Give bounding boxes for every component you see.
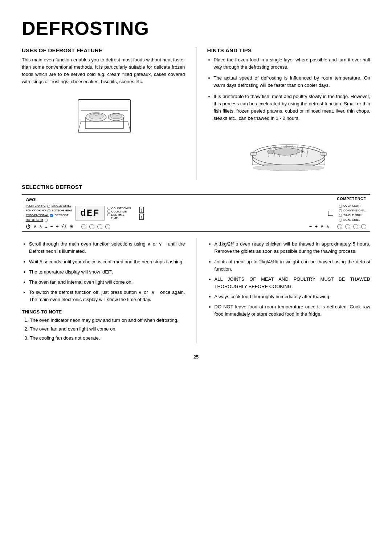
panel-circle-3[interactable] (97, 224, 102, 229)
up-icon: ↑ (139, 214, 144, 220)
panel-circle-2[interactable] (89, 224, 94, 229)
up-v-r: ∧ (326, 224, 329, 229)
panel-circle-5[interactable] (337, 224, 342, 229)
panel-circles-left (81, 224, 110, 229)
panel-circles-right (337, 224, 366, 229)
plus-symbol: + (56, 224, 59, 229)
hints-list: Place the frozen food in a single layer … (207, 56, 371, 122)
power-symbol: ⏻ (26, 224, 30, 229)
panel-left-labels: PIZZA BAKING SINGLE GRILL FAN COOKING BO… (26, 204, 73, 222)
panel-header: AEG COMPETENCE (26, 197, 366, 202)
control-panel: AEG COMPETENCE PIZZA BAKING SINGLE GRILL… (22, 194, 370, 232)
oven-tray-illustration-left (67, 92, 140, 139)
sun-symbol: ✳ (69, 224, 73, 229)
selecting-heading: SELECTING DEFROST (22, 184, 370, 190)
hint-item-3: It is preferable to thaw fish, meat and … (214, 93, 371, 122)
left-bullet-2: Wait 5 seconds until your choice is conf… (29, 258, 185, 266)
panel-cb-ovenlight[interactable] (339, 205, 342, 208)
panel-middle: COUNTDOWN COOKTIME ENDTIME TIME (107, 207, 136, 220)
svg-rect-26 (321, 153, 327, 155)
panel-right-labels: OVEN LIGHT CONVENTIONAL SINGLE GRILL DUA… (339, 204, 366, 222)
page-number: 25 (22, 354, 370, 360)
right-bullet-4: Always cook food thoroughly immediately … (215, 293, 371, 300)
oven-image-left (22, 92, 185, 139)
hint-item-2: The actual speed of defrosting is influe… (214, 74, 371, 89)
down-v-r: ∨ (320, 224, 323, 229)
panel-circle-4[interactable] (105, 224, 110, 229)
panel-updown-icons: ↓ ↑ (139, 207, 144, 220)
left-bottom-bullets: Scroll through the main oven function se… (22, 240, 185, 303)
things-to-note-heading: THINGS TO NOTE (22, 309, 185, 315)
page-title: DEFROSTING (22, 17, 370, 39)
panel-cb-countdown[interactable] (107, 207, 110, 210)
panel-body: PIZZA BAKING SINGLE GRILL FAN COOKING BO… (26, 204, 366, 222)
down-icon: ↓ (139, 207, 144, 213)
oven-image-right (207, 129, 371, 172)
hints-heading: HINTS AND TIPS (207, 47, 371, 53)
svg-rect-25 (250, 153, 256, 155)
bottom-section: Scroll through the main oven function se… (22, 238, 370, 343)
panel-indicator-square (328, 211, 333, 216)
panel-circle-6[interactable] (345, 224, 350, 229)
left-bullet-3: The temperature display will show 'dEF'. (29, 268, 185, 276)
svg-line-10 (78, 121, 81, 132)
panel-label-conv: CONVENTIONAL DEFROST (26, 213, 73, 218)
minus-symbol: − (50, 224, 53, 229)
panel-cb-conventional[interactable] (339, 209, 342, 212)
right-bottom-bullets: A 1kg/2¼lb oven ready chicken will be th… (207, 240, 371, 318)
panel-circle-1[interactable] (81, 224, 86, 229)
tn-item-2: The oven fan and oven light will come on… (30, 325, 185, 333)
panel-checkbox-pizza[interactable] (47, 205, 50, 208)
left-bullet-5: To switch the defrost function off, just… (29, 289, 185, 303)
up-chevron: ∧ (39, 224, 42, 229)
uses-section: USES OF DEFROST FEATURE This main oven f… (22, 47, 185, 86)
right-bullet-2: Joints of meat up to 2kg/4½lb in weight … (215, 258, 371, 273)
svg-point-27 (253, 165, 324, 171)
svg-point-4 (89, 113, 103, 119)
right-bullet-5: DO NOT leave food at room temperature on… (215, 303, 371, 318)
panel-cb-singlegrill[interactable] (339, 214, 342, 217)
hint-item-1: Place the frozen food in a single layer … (214, 56, 371, 71)
timer-symbol: ⏱ (62, 224, 66, 229)
right-column-bottom: A 1kg/2¼lb oven ready chicken will be th… (207, 238, 371, 343)
panel-checkbox-defrost[interactable] (50, 214, 53, 217)
left-column-top: USES OF DEFROST FEATURE This main oven f… (22, 47, 185, 180)
left-bullet-1: Scroll through the main oven function se… (29, 240, 185, 255)
panel-right-controls: − + ∨ ∧ (309, 224, 329, 229)
things-to-note-list: The oven indicator neon may glow and tur… (22, 317, 185, 341)
right-bullet-3: ALL JOINTS OF MEAT AND POULTRY MUST BE T… (215, 276, 371, 290)
grill-tray-illustration (249, 129, 328, 172)
svg-point-24 (302, 151, 303, 152)
plus-r: + (315, 224, 318, 229)
things-to-note: THINGS TO NOTE The oven indicator neon m… (22, 309, 185, 341)
column-divider-bottom (196, 238, 196, 343)
uses-body: This main oven function enables you to d… (22, 56, 185, 86)
down-chevron: ∨ (33, 224, 36, 229)
tn-item-1: The oven indicator neon may glow and tur… (30, 317, 185, 324)
left-bullet-4: The oven fan and internal oven light wil… (29, 279, 185, 286)
panel-def-display: dEF (75, 206, 105, 220)
panel-label-roti: ROTITHERM (26, 218, 73, 223)
panel-circle-8[interactable] (361, 224, 366, 229)
panel-cb-dualgrill[interactable] (339, 219, 342, 222)
right-bullet-1: A 1kg/2¼lb oven ready chicken will be th… (215, 240, 371, 255)
tn-item-3: The cooling fan does not operate. (30, 335, 185, 342)
panel-checkbox-fan[interactable] (48, 209, 50, 212)
panel-brand: AEG (26, 197, 36, 202)
minus-r: − (309, 224, 312, 229)
panel-checkbox-roti[interactable] (45, 219, 48, 222)
panel-circle-7[interactable] (353, 224, 358, 229)
selecting-section: SELECTING DEFROST (22, 184, 370, 190)
uses-heading: USES OF DEFROST FEATURE (22, 47, 185, 53)
panel-label-pizza: PIZZA BAKING SINGLE GRILL (26, 204, 73, 208)
panel-buttons-row: ⏻ ∨ ∧ ≡ − + ⏱ ✳ − + ∨ ∧ (26, 224, 366, 229)
menu-symbol: ≡ (45, 224, 47, 229)
right-column-top: HINTS AND TIPS Place the frozen food in … (207, 47, 371, 180)
panel-competence: COMPETENCE (337, 197, 366, 202)
svg-line-11 (128, 121, 131, 132)
column-divider-top (196, 47, 196, 180)
panel-cb-endtime[interactable] (107, 213, 110, 216)
panel-label-fan: FAN COOKING BOTTOM HEAT (26, 208, 73, 213)
left-column-bottom: Scroll through the main oven function se… (22, 238, 185, 343)
panel-cb-cooktime[interactable] (107, 210, 110, 213)
